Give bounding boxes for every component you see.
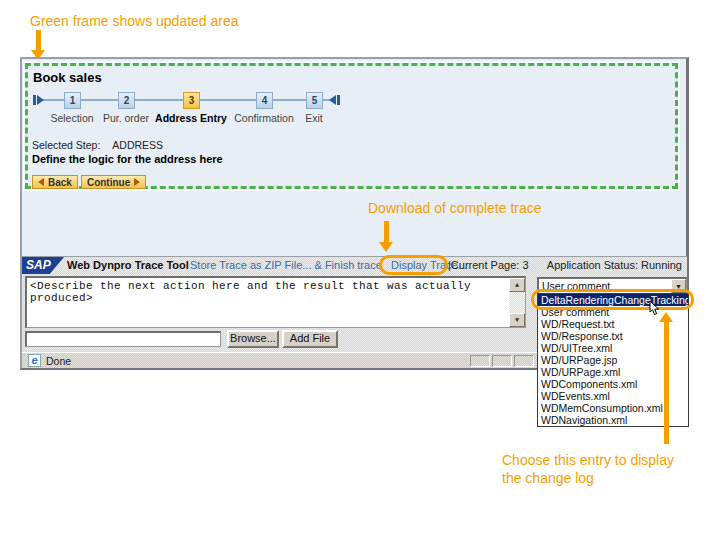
annotation-choose-entry-line1: Choose this entry to display (502, 451, 674, 469)
selected-step-row: Selected Step:ADDRESS (32, 139, 163, 151)
textarea-scrollbar[interactable]: ▲ ▼ (509, 278, 525, 327)
status-pane (492, 355, 512, 367)
combobox-value: User comment (542, 280, 610, 292)
continue-arrow-icon (134, 178, 140, 186)
annotation-arrow-down2-icon (379, 221, 393, 252)
annotation-arrow-up-icon (659, 312, 673, 444)
mouse-cursor-icon (649, 301, 661, 316)
roadmap-end-icon (329, 95, 340, 105)
scroll-down-icon[interactable]: ▼ (509, 313, 525, 327)
screenshot-root: Green frame shows updated area Book sale… (0, 0, 720, 540)
trace-tool-title: Web Dynpro Trace Tool (67, 259, 189, 271)
add-file-button[interactable]: Add File (282, 330, 338, 348)
step-instruction: Define the logic for the address here (32, 153, 223, 165)
status-pane (514, 355, 534, 367)
current-page-text: Current Page: 3 (451, 259, 529, 271)
combobox-dropdown-icon[interactable]: ▼ (671, 279, 686, 293)
back-button[interactable]: Back (32, 175, 78, 189)
sap-logo: SAP (22, 257, 64, 274)
back-button-label: Back (48, 177, 72, 188)
roadmap-start-icon (33, 95, 44, 105)
ie-page-icon: e (28, 354, 41, 367)
trace-comment-textarea[interactable]: <Describe the next action here and the r… (25, 276, 526, 328)
trace-toolbar: SAP Web Dynpro Trace Tool Store Trace as… (22, 257, 687, 274)
current-page-indicator: |Current Page: 3 (448, 259, 529, 271)
status-done-text: Done (46, 355, 71, 367)
list-item-delta-rendering[interactable]: DeltaRenderingChangeTracking (538, 294, 688, 306)
roadmap-step-2[interactable]: 2 (118, 92, 135, 109)
wizard-buttons: Back Continue (32, 175, 146, 189)
annotation-green-frame: Green frame shows updated area (30, 12, 239, 30)
trace-comment-text: <Describe the next action here and the r… (30, 280, 506, 304)
updated-area-frame: Book sales 1 2 3 4 5 Selection Pur. orde… (25, 63, 678, 189)
selected-step-label: Selected Step: (32, 139, 100, 151)
continue-button-label: Continue (87, 177, 130, 188)
application-status: Application Status: Running (547, 259, 682, 271)
roadmap-step-5[interactable]: 5 (306, 92, 323, 109)
roadmap-step-4[interactable]: 4 (256, 92, 273, 109)
browse-button[interactable]: Browse... (227, 330, 279, 348)
roadmap-step-3-active[interactable]: 3 (183, 92, 200, 109)
app-title: Book sales (33, 70, 102, 85)
status-pane (470, 355, 490, 367)
roadmap-step-1[interactable]: 1 (64, 92, 81, 109)
continue-button[interactable]: Continue (81, 175, 146, 189)
annotation-choose-entry-line2: the change log (502, 469, 594, 487)
trace-entry-combobox[interactable]: User comment ▼ (537, 277, 687, 294)
annotation-arrow-down-icon (31, 30, 45, 60)
selected-step-value: ADDRESS (112, 139, 163, 151)
back-arrow-icon (38, 178, 44, 186)
store-trace-link[interactable]: Store Trace as ZIP File... & Finish trac… (190, 259, 382, 271)
roadmap-label-exit: Exit (269, 112, 359, 124)
file-path-input[interactable] (25, 331, 221, 347)
scroll-up-icon[interactable]: ▲ (509, 278, 525, 292)
annotation-download-trace: Download of complete trace (368, 199, 542, 217)
